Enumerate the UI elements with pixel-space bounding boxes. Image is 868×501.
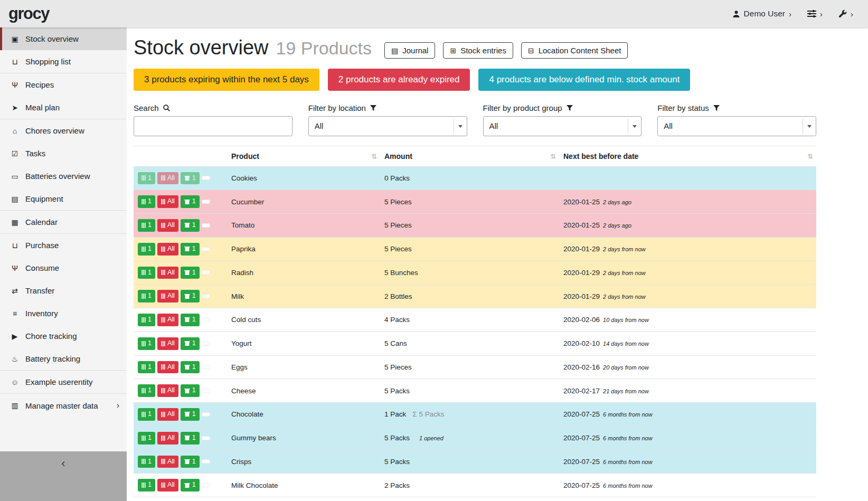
open-one-button[interactable]: 1 [181, 195, 200, 208]
admin-menu[interactable]: › [838, 10, 853, 18]
row-menu-button[interactable] [202, 270, 210, 275]
consume-all-button[interactable]: All [157, 195, 178, 208]
consume-all-button[interactable]: All [157, 384, 178, 397]
journal-button[interactable]: ▤ Journal [384, 42, 435, 59]
consume-all-button[interactable]: All [157, 337, 178, 350]
open-one-button[interactable]: 1 [181, 432, 200, 445]
sidebar-item-transfer[interactable]: ⇄ Transfer [0, 279, 127, 302]
row-menu-button[interactable] [202, 365, 210, 369]
consume-one-button[interactable]: 1 [138, 384, 155, 397]
row-menu-button[interactable] [202, 483, 210, 487]
open-one-button[interactable]: 1 [181, 384, 200, 397]
product-group-filter-select[interactable]: All [483, 116, 642, 136]
consume-one-button[interactable]: 1 [138, 479, 155, 491]
sidebar-item-batteries-overview[interactable]: ▭ Batteries overview [0, 165, 127, 187]
row-menu-button[interactable] [202, 223, 210, 228]
status-filter-label: Filter by status [657, 103, 709, 112]
consume-one-button[interactable]: 1 [138, 361, 155, 374]
expired-alert[interactable]: 2 products are already expired [328, 69, 470, 91]
open-one-button[interactable]: 1 [181, 314, 200, 326]
product-name-cell: Milk Chocolate [227, 474, 380, 497]
sidebar-item-manage-master-data[interactable]: ▥ Manage master data › [0, 394, 127, 417]
sidebar-item-stock-overview[interactable]: ▣ Stock overview [0, 27, 127, 50]
row-menu-button[interactable] [202, 318, 210, 322]
consume-all-button[interactable]: All [157, 219, 178, 232]
row-menu-button[interactable] [202, 459, 210, 464]
user-menu[interactable]: Demo User › [732, 9, 791, 18]
location-content-sheet-button[interactable]: ⊟ Location Content Sheet [521, 42, 628, 59]
open-one-button[interactable]: 1 [181, 337, 200, 350]
sidebar-collapse-button[interactable]: ‹ [0, 451, 127, 501]
row-menu-button[interactable] [202, 200, 210, 204]
open-one-button[interactable]: 1 [181, 479, 200, 491]
actions-cell: 1 All 1 [134, 379, 227, 403]
consume-all-button[interactable]: All [157, 432, 178, 445]
consume-all-button[interactable]: All [157, 361, 178, 374]
open-one-button[interactable]: 1 [181, 243, 200, 256]
sidebar-item-recipes[interactable]: Ψ Recipes [0, 73, 127, 96]
search-input[interactable] [134, 116, 293, 136]
consume-one-button[interactable]: 1 [138, 337, 155, 350]
consume-one-button[interactable]: 1 [138, 267, 155, 279]
consume-all-button[interactable]: All [157, 479, 178, 491]
row-menu-button[interactable] [202, 294, 210, 298]
consume-all-button[interactable]: All [157, 408, 178, 421]
stock-entries-button[interactable]: ⊞ Stock entries [443, 42, 513, 59]
sort-icon[interactable]: ⇅ [807, 152, 813, 160]
open-one-button[interactable]: 1 [181, 408, 200, 421]
row-menu-button[interactable] [202, 176, 210, 180]
consume-all-button[interactable]: All [157, 456, 178, 468]
open-one-button[interactable]: 1 [181, 290, 200, 303]
consume-one-button[interactable]: 1 [138, 432, 155, 445]
consume-one-button[interactable]: 1 [138, 456, 155, 468]
consume-all-button[interactable]: All [157, 172, 178, 185]
sort-icon[interactable]: ⇅ [550, 152, 556, 160]
row-menu-button[interactable] [202, 389, 210, 393]
consume-one-button[interactable]: 1 [138, 172, 155, 185]
open-one-button[interactable]: 1 [181, 172, 200, 185]
filter-icon [567, 105, 573, 111]
sidebar-item-example-userentity[interactable]: ☺ Example userentity [0, 371, 127, 393]
sidebar-item-purchase[interactable]: ⊔ Purchase [0, 234, 127, 257]
consume-one-button[interactable]: 1 [138, 290, 155, 303]
location-filter-select[interactable]: All [308, 116, 467, 136]
expiring-alert[interactable]: 3 products expiring within the next 5 da… [134, 69, 319, 91]
consume-all-button[interactable]: All [157, 290, 178, 303]
consume-one-button[interactable]: 1 [138, 243, 155, 256]
sidebar-item-inventory[interactable]: ≡ Inventory [0, 302, 127, 325]
sidebar-item-tasks[interactable]: ☑ Tasks [0, 142, 127, 165]
consume-one-button[interactable]: 1 [138, 195, 155, 208]
open-one-button[interactable]: 1 [181, 219, 200, 232]
sidebar-item-meal-plan[interactable]: ➤ Meal plan [0, 96, 127, 119]
consume-all-button[interactable]: All [157, 267, 178, 279]
sidebar-item-equipment[interactable]: ▤ Equipment [0, 187, 127, 210]
app-logo[interactable]: grocy [8, 4, 49, 23]
settings-menu[interactable]: › [807, 10, 823, 18]
sidebar-item-chores-overview[interactable]: ⌂ Chores overview [0, 119, 127, 142]
open-one-button[interactable]: 1 [181, 456, 200, 468]
open-one-button[interactable]: 1 [181, 267, 200, 279]
product-column-header[interactable]: Product ⇅ [227, 146, 380, 166]
date-column-header[interactable]: Next best before date ⇅ [559, 146, 816, 166]
consume-one-button[interactable]: 1 [138, 408, 155, 421]
consume-all-button[interactable]: All [157, 314, 178, 326]
sidebar-item-chore-tracking[interactable]: ▶ Chore tracking [0, 325, 127, 347]
amount-column-header[interactable]: Amount ⇅ [380, 146, 559, 166]
row-menu-button[interactable] [202, 412, 210, 417]
row-menu-button[interactable] [202, 342, 210, 346]
row-menu-button[interactable] [202, 247, 210, 251]
sidebar-item-shopping-list[interactable]: ⊔ Shopping list [0, 50, 127, 73]
utensils-icon [141, 412, 146, 417]
open-one-button[interactable]: 1 [181, 361, 200, 374]
consume-one-button[interactable]: 1 [138, 314, 155, 326]
status-filter-select[interactable]: All [657, 116, 816, 136]
below-min-alert[interactable]: 4 products are below defined min. stock … [478, 69, 690, 91]
consume-one-button[interactable]: 1 [138, 219, 155, 232]
cart-icon: ⊔ [9, 58, 21, 66]
sidebar-item-consume[interactable]: Ψ Consume [0, 257, 127, 279]
row-menu-button[interactable] [202, 436, 210, 440]
consume-all-button[interactable]: All [157, 243, 178, 256]
sort-icon[interactable]: ⇅ [371, 152, 377, 160]
sidebar-item-battery-tracking[interactable]: ♨ Battery tracking [0, 347, 127, 370]
sidebar-item-calendar[interactable]: ▦ Calendar [0, 211, 127, 233]
